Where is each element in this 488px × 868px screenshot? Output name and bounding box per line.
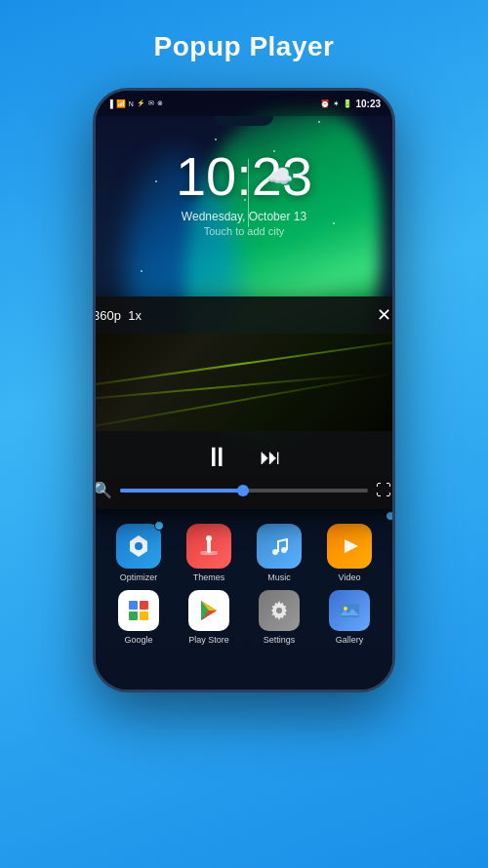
app-google[interactable]: Google [118, 590, 159, 645]
weather-icon-area: ☁️ [266, 164, 293, 189]
phone-frame: ▐ 📶 N ⚡ ✉ ⊗ ⏰ ✶ 🔋 10:23 1 [93, 88, 395, 692]
battery-icon: 🔋 [343, 99, 352, 108]
music-label: Music [267, 572, 291, 582]
lock-divider [248, 159, 249, 227]
neon-lines [96, 334, 392, 431]
progress-thumb[interactable] [237, 485, 249, 496]
wifi-icon: 📶 [116, 99, 126, 108]
popup-player[interactable]: 360p 1x ✕ ⏸ ⏭ 🔍 [96, 296, 392, 509]
popup-video-area [96, 334, 392, 431]
svg-point-3 [206, 535, 212, 541]
video-icon [327, 524, 372, 569]
popup-controls: ⏸ ⏭ [96, 431, 392, 481]
svg-point-16 [276, 608, 282, 613]
status-time: 10:23 [355, 99, 381, 109]
playstore-label: Play Store [188, 635, 229, 645]
nfc-icon: N [129, 100, 134, 107]
phone-frame-wrapper: ▐ 📶 N ⚡ ✉ ⊗ ⏰ ✶ 🔋 10:23 1 [93, 88, 395, 692]
svg-marker-6 [345, 539, 358, 553]
app-video[interactable]: Video [327, 524, 372, 582]
x-icon: ⊗ [157, 99, 163, 107]
app-themes[interactable]: Themes [186, 524, 231, 582]
bluetooth-icon: ✶ [333, 99, 340, 108]
phone-bottom-icons: Optimizer Themes [96, 514, 392, 690]
video-label: Video [339, 572, 361, 582]
settings-icon [259, 590, 300, 631]
music-icon [257, 524, 302, 569]
settings-badge [386, 511, 392, 521]
lock-screen-content: 10:23 ☁️ Wednesday, October 13 Touch to … [96, 149, 392, 237]
phone-screen: ▐ 📶 N ⚡ ✉ ⊗ ⏰ ✶ 🔋 10:23 1 [96, 91, 392, 690]
status-right-icons: ⏰ ✶ 🔋 10:23 [320, 99, 381, 109]
popup-quality-label: 360p 1x [96, 308, 142, 323]
notif-icon: ✉ [148, 99, 154, 107]
next-button[interactable]: ⏭ [260, 445, 281, 470]
status-left-icons: ▐ 📶 N ⚡ ✉ ⊗ [107, 99, 163, 108]
lock-date: Wednesday, October 13 [96, 210, 392, 223]
svg-point-18 [344, 607, 347, 611]
optimizer-badge [154, 521, 164, 531]
svg-rect-9 [129, 612, 138, 620]
optimizer-label: Optimizer [120, 572, 158, 582]
signal-icon: ▐ [107, 99, 113, 108]
usb-icon: ⚡ [137, 99, 145, 107]
progress-fill [120, 489, 244, 493]
playstore-icon [188, 590, 229, 631]
app-gallery[interactable]: Gallery [329, 590, 370, 645]
app-optimizer[interactable]: Optimizer [116, 524, 161, 582]
svg-rect-7 [129, 601, 138, 610]
fullscreen-icon[interactable]: ⛶ [376, 482, 391, 499]
app-playstore[interactable]: Play Store [188, 590, 229, 645]
themes-label: Themes [193, 572, 225, 582]
google-label: Google [124, 635, 152, 645]
popup-close-button[interactable]: ✕ [377, 304, 391, 326]
app-row-1: Optimizer Themes [96, 514, 392, 582]
svg-point-0 [135, 542, 142, 550]
pause-button[interactable]: ⏸ [203, 441, 230, 473]
weather-cloud-icon: ☁️ [266, 164, 293, 188]
gallery-label: Gallery [336, 635, 364, 645]
app-settings[interactable]: Settings [259, 590, 300, 645]
status-bar: ▐ 📶 N ⚡ ✉ ⊗ ⏰ ✶ 🔋 10:23 [96, 91, 392, 116]
lock-city: Touch to add city [96, 225, 392, 237]
popup-progress-bar[interactable]: 🔍 ⛶ [96, 481, 392, 509]
optimizer-icon [116, 524, 161, 569]
svg-rect-8 [140, 601, 148, 610]
svg-rect-10 [140, 612, 148, 620]
zoom-in-icon[interactable]: 🔍 [96, 481, 112, 499]
google-icon [118, 590, 159, 631]
gallery-icon [329, 590, 370, 631]
popup-header: 360p 1x ✕ [96, 296, 392, 334]
app-music[interactable]: Music [257, 524, 302, 582]
camera-notch [215, 116, 273, 126]
page-title: Popup Player [0, 0, 488, 62]
progress-track[interactable] [120, 489, 368, 493]
alarm-icon: ⏰ [320, 99, 330, 108]
settings-label: Settings [264, 635, 296, 645]
themes-icon [186, 524, 231, 569]
app-row-2: Google Play Store [96, 582, 392, 645]
